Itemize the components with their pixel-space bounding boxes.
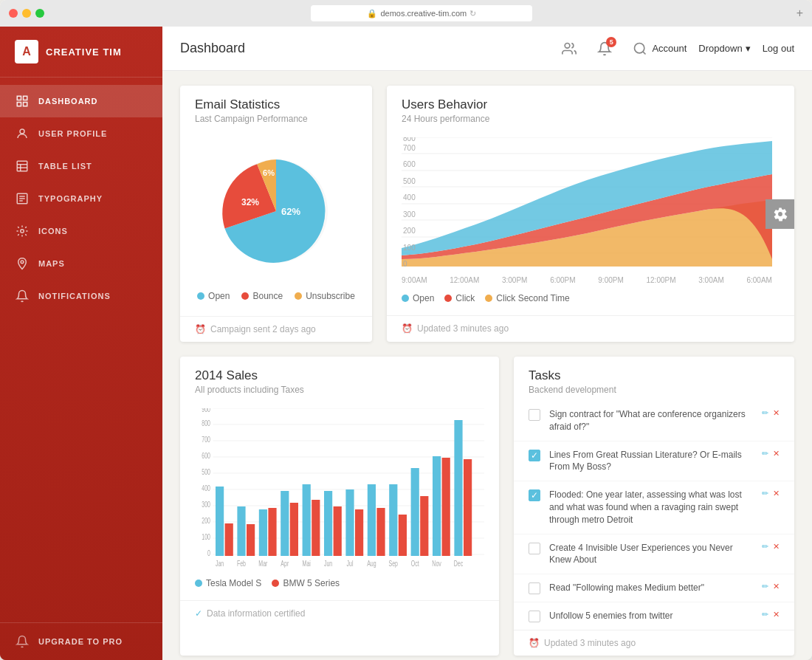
svg-rect-72 — [355, 509, 363, 556]
sales-card-title: 2014 Sales — [195, 368, 484, 383]
chevron-down-icon: ▾ — [746, 43, 751, 54]
logout-link[interactable]: Log out — [763, 43, 794, 54]
task-actions-1: ✏ ✕ — [762, 408, 780, 418]
legend-open: Open — [197, 291, 230, 301]
svg-text:Feb: Feb — [237, 560, 246, 568]
task-checkbox-2[interactable]: ✓ — [529, 450, 540, 461]
task-edit-4[interactable]: ✏ — [762, 542, 768, 551]
svg-text:Nov: Nov — [432, 560, 441, 568]
close-button[interactable] — [9, 9, 18, 18]
dropdown-button[interactable]: Dropdown ▾ — [698, 43, 750, 54]
upgrade-button[interactable]: UPGRADE TO PRO — [0, 622, 162, 660]
content-area: Email Statistics Last Campaign Performan… — [162, 71, 812, 660]
bar-legend: Tesla Model S BMW 5 Series — [195, 578, 484, 588]
maximize-button[interactable] — [35, 9, 44, 18]
task-delete-1[interactable]: ✕ — [773, 408, 780, 418]
svg-text:Mai: Mai — [303, 560, 311, 568]
logo-icon: A — [15, 40, 38, 63]
click-second-dot — [485, 295, 492, 302]
sales-card-header: 2014 Sales All products including Taxes — [180, 357, 499, 401]
table-icon — [15, 159, 30, 173]
task-text-3: Flooded: One year later, assessing what … — [549, 489, 753, 526]
svg-rect-73 — [368, 484, 376, 556]
sidebar-item-notifications[interactable]: NOTIFICATIONS — [0, 280, 162, 312]
email-footer-text: Campaign sent 2 days ago — [210, 324, 316, 334]
task-text-5: Read "Following makes Medium better" — [549, 582, 753, 594]
task-delete-5[interactable]: ✕ — [773, 582, 780, 591]
svg-rect-2 — [17, 103, 21, 106]
task-delete-6[interactable]: ✕ — [773, 610, 780, 619]
x-label: 3:00AM — [698, 276, 723, 284]
search-button[interactable] — [628, 37, 652, 61]
notification-button[interactable]: 5 — [593, 37, 616, 61]
gear-button[interactable] — [765, 199, 794, 229]
svg-rect-59 — [216, 487, 224, 556]
url-bar[interactable]: 🔒 demos.creative-tim.com ↻ — [311, 5, 532, 21]
people-icon-button[interactable] — [557, 37, 581, 61]
x-label: 9:00PM — [598, 276, 623, 284]
sidebar-item-table-list[interactable]: TABLE LIST — [0, 150, 162, 182]
task-edit-5[interactable]: ✏ — [762, 582, 768, 591]
account-link[interactable]: Account — [652, 43, 687, 54]
open-label: Open — [208, 291, 230, 301]
task-edit-6[interactable]: ✏ — [762, 610, 768, 619]
task-edit-3[interactable]: ✏ — [762, 489, 768, 498]
area-chart: 0 100 200 300 400 500 600 700 800 — [402, 137, 772, 270]
svg-text:500: 500 — [403, 177, 416, 185]
tasks-card-subtitle: Backend development — [529, 385, 780, 395]
task-delete-2[interactable]: ✕ — [773, 449, 780, 458]
bounce-label: Bounce — [252, 291, 283, 301]
svg-rect-67 — [303, 484, 311, 556]
svg-rect-0 — [17, 96, 21, 100]
svg-rect-70 — [334, 506, 342, 556]
unsubscribe-dot — [295, 292, 302, 300]
svg-rect-1 — [24, 96, 27, 100]
svg-text:Dec: Dec — [454, 560, 464, 568]
x-label: 12:00PM — [647, 276, 676, 284]
svg-rect-76 — [399, 515, 407, 556]
svg-text:100: 100 — [202, 533, 210, 542]
task-checkbox-6[interactable] — [529, 611, 540, 622]
task-checkbox-5[interactable] — [529, 582, 540, 594]
task-item-3: ✓ Flooded: One year later, assessing wha… — [514, 481, 794, 534]
task-checkbox-4[interactable] — [529, 543, 540, 554]
svg-point-4 — [20, 129, 24, 134]
clock-icon: ⏰ — [529, 638, 540, 648]
task-checkbox-3[interactable]: ✓ — [529, 489, 540, 501]
tasks-card: Tasks Backend development Sign contract … — [514, 357, 794, 656]
bmw-dot — [272, 580, 279, 587]
task-delete-4[interactable]: ✕ — [773, 542, 780, 551]
bottom-cards-row: 2014 Sales All products including Taxes — [180, 357, 794, 656]
svg-rect-74 — [376, 508, 385, 556]
svg-text:Apr: Apr — [281, 560, 289, 568]
email-card-title: Email Statistics — [195, 97, 357, 112]
new-tab-button[interactable]: + — [796, 7, 803, 20]
users-behavior-card: Users Behavior 24 Hours performance — [387, 86, 794, 342]
topbar-right: Account Dropdown ▾ Log out — [652, 43, 794, 54]
task-item-6: Unfollow 5 enemies from twitter ✏ ✕ — [514, 602, 794, 630]
sidebar-item-user-profile[interactable]: USER PROFILE — [0, 117, 162, 150]
sidebar-item-maps[interactable]: MAPS — [0, 247, 162, 280]
sidebar-item-dashboard[interactable]: DASHBOARD — [0, 85, 162, 117]
svg-text:Aug: Aug — [367, 560, 376, 568]
task-text-1: Sign contract for "What are conference o… — [549, 408, 753, 433]
sidebar-item-icons[interactable]: ICONS — [0, 215, 162, 247]
gear-icon — [773, 207, 788, 221]
svg-text:700: 700 — [202, 436, 210, 444]
users-footer-text: Updated 3 minutes ago — [417, 323, 509, 334]
task-item-5: Read "Following makes Medium better" ✏ ✕ — [514, 574, 794, 602]
task-checkbox-1[interactable] — [529, 409, 540, 421]
task-edit-2[interactable]: ✏ — [762, 449, 768, 458]
maps-icon — [15, 256, 30, 271]
svg-rect-69 — [324, 491, 332, 556]
svg-text:62%: 62% — [281, 206, 300, 217]
email-card-footer: ⏰ Campaign sent 2 days ago — [180, 316, 372, 342]
bar-chart: 0 100 200 300 400 500 600 700 800 900 — [195, 408, 484, 571]
sales-card-body: 0 100 200 300 400 500 600 700 800 900 — [180, 401, 499, 600]
unsubscribe-label: Unsubscribe — [306, 291, 355, 301]
task-edit-1[interactable]: ✏ — [762, 408, 768, 418]
minimize-button[interactable] — [22, 9, 31, 18]
sidebar-item-typography[interactable]: TYPOGRAPHY — [0, 182, 162, 215]
task-delete-3[interactable]: ✕ — [773, 489, 780, 498]
svg-text:32%: 32% — [241, 197, 259, 207]
